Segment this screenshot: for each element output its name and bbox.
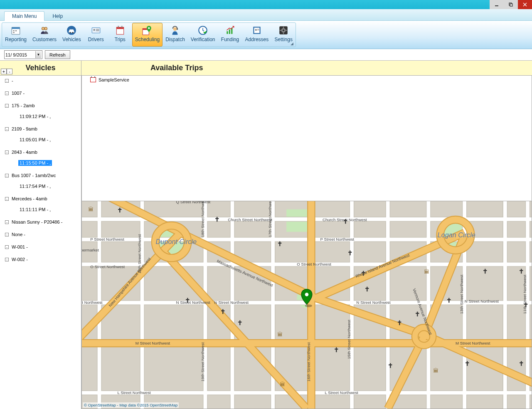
svg-rect-6	[12, 27, 20, 29]
ribbon-label: Trips	[115, 37, 126, 42]
tree-node[interactable]: -None -	[1, 231, 80, 238]
tree-node[interactable]: -175 - 2amb	[1, 102, 80, 109]
tree-node[interactable]: -Mercedes - 4amb	[1, 195, 80, 202]
tree-expand-icon[interactable]: -	[5, 197, 9, 201]
ribbon-reporting[interactable]: Reporting	[2, 23, 30, 47]
ribbon-label: Addresses	[245, 37, 269, 42]
tree-child-label: 11:11:11 PM - ,	[18, 207, 52, 212]
svg-rect-7	[13, 30, 15, 31]
svg-text:L Street Northwest: L Street Northwest	[117, 390, 151, 395]
tree-expand-icon[interactable]: -	[5, 233, 9, 237]
svg-text:N Street Northwest: N Street Northwest	[214, 300, 249, 305]
svg-point-27	[177, 28, 178, 30]
window-titlebar	[0, 0, 532, 9]
svg-text:M Street Northwest: M Street Northwest	[135, 341, 170, 345]
tree-expand-icon[interactable]: -	[5, 174, 9, 177]
svg-text:11th Street Northwest: 11th Street Northwest	[522, 275, 527, 314]
tree-child-node[interactable]: 11:17:54 PM - ,	[1, 183, 80, 190]
date-picker[interactable]: 11/ 9/2015 ▼	[4, 50, 42, 59]
tree-node-label: Nissan Sunny - P20486 -	[10, 219, 64, 225]
tree-expand-icon[interactable]: -	[5, 258, 9, 261]
tree-expand-icon[interactable]: -	[5, 79, 9, 83]
svg-text:P Street Northwest: P Street Northwest	[90, 237, 124, 241]
svg-text:✝: ✝	[334, 346, 339, 353]
svg-point-139	[305, 304, 312, 307]
tree-expand-icon[interactable]: -	[5, 150, 9, 154]
tree-expand-icon[interactable]: -	[5, 104, 9, 108]
refresh-button[interactable]: Refresh	[45, 50, 70, 59]
svg-text:✝: ✝	[483, 268, 488, 275]
trip-item[interactable]: SampleService	[85, 77, 528, 82]
tree-expand-icon[interactable]: -	[5, 91, 9, 95]
map-pin-calendar-icon	[142, 25, 153, 36]
svg-text:Street Northwest: Street Northwest	[82, 300, 103, 305]
svg-point-10	[42, 27, 45, 30]
svg-rect-17	[96, 29, 99, 30]
svg-text:O Street Northwest: O Street Northwest	[90, 264, 125, 269]
svg-text:M Street Northwest: M Street Northwest	[456, 341, 490, 345]
tree-node[interactable]: -W-002 -	[1, 256, 80, 263]
ribbon-trips[interactable]: Trips	[108, 23, 132, 47]
maximize-button[interactable]	[504, 0, 518, 9]
svg-text:✝: ✝	[277, 240, 283, 247]
ribbon-label: Dispatch	[165, 37, 185, 42]
tree-node[interactable]: -Bus 1007 - 1amb/2wc	[1, 172, 80, 179]
ribbon-expand-icon[interactable]: ◢	[291, 42, 295, 46]
ribbon-verification[interactable]: Verification	[188, 23, 218, 47]
tree-child-node[interactable]: 11:11:11 PM - ,	[1, 206, 80, 213]
tree-expand-icon[interactable]: -	[5, 220, 9, 224]
calendar-icon	[115, 25, 126, 36]
svg-rect-20	[116, 27, 123, 29]
tree-child-node[interactable]: 11:15:50 PM - ,	[1, 160, 80, 166]
svg-point-26	[173, 27, 177, 31]
ribbon-addresses[interactable]: Addresses	[242, 23, 272, 47]
ribbon-drivers[interactable]: Drivers	[84, 23, 108, 47]
svg-text:✝: ✝	[465, 360, 470, 367]
trips-panel-header: Available Trips	[81, 61, 532, 76]
svg-text:✝: ✝	[365, 286, 370, 293]
svg-text:✝: ✝	[519, 268, 524, 275]
tree-node[interactable]: -Nissan Sunny - P20486 -	[1, 219, 80, 225]
svg-text:🏛: 🏛	[433, 367, 438, 374]
tree-expand-icon[interactable]: -	[5, 127, 9, 131]
map-view[interactable]: ✝✝✝ ✝✝✝ ✝✝✝ ✝✝✝ ✝✝✝ ✝✝✝ ✝✝ 🏛🏛🏛 🏛🏛	[81, 201, 532, 409]
tree-node-label: 2109 - 9amb	[10, 126, 39, 132]
tree-child-node[interactable]: 11:09:12 PM - ,	[1, 113, 80, 120]
tree-child-label: 11:09:12 PM - ,	[18, 113, 52, 119]
tree-node[interactable]: -W-001 -	[1, 244, 80, 250]
dropdown-arrow-icon[interactable]: ▼	[35, 51, 41, 58]
ribbon-scheduling[interactable]: Scheduling	[132, 23, 163, 47]
svg-text:🏛: 🏛	[88, 206, 94, 212]
tree-node[interactable]: -2843 - 4amb	[1, 149, 80, 155]
collapse-all-button[interactable]: -	[7, 69, 12, 74]
tree-node[interactable]: -2109 - 9amb	[1, 126, 80, 132]
map-attribution: © OpenStreetMap - Map data ©2015 OpenStr…	[83, 402, 179, 408]
right-panel: Available Trips SampleService	[81, 61, 532, 409]
tree-node-label: W-001 -	[10, 244, 29, 250]
svg-text:13th Street Northwest: 13th Street Northwest	[459, 275, 464, 314]
available-trips-list: SampleService	[81, 76, 532, 201]
svg-text:✝: ✝	[347, 249, 353, 256]
ribbon-dispatch[interactable]: Dispatch	[163, 23, 188, 47]
svg-rect-8	[15, 30, 17, 31]
vehicles-tree[interactable]: ---1007 --175 - 2amb11:09:12 PM - ,-2109…	[0, 76, 81, 409]
menu-tab-main[interactable]: Main Menu	[4, 11, 44, 21]
trip-item-label: SampleService	[99, 77, 129, 82]
menu-tab-help[interactable]: Help	[44, 11, 71, 21]
svg-rect-21	[118, 26, 118, 27]
tree-child-node[interactable]: 11:05:01 PM - ,	[1, 136, 80, 143]
ribbon-label: Scheduling	[135, 37, 160, 42]
calendar-report-icon	[10, 25, 21, 36]
close-button[interactable]	[518, 0, 532, 9]
tree-node[interactable]: -1007 -	[1, 90, 80, 96]
tree-expand-icon[interactable]: -	[5, 245, 9, 249]
ribbon-customers[interactable]: Customers	[30, 23, 59, 47]
minimize-button[interactable]	[490, 0, 504, 9]
tree-child-label: 11:15:50 PM - ,	[18, 160, 52, 166]
ribbon-vehicles[interactable]: Vehicles	[59, 23, 84, 47]
ribbon-funding[interactable]: Funding	[218, 23, 242, 47]
calendar-small-icon	[90, 77, 96, 82]
expand-all-button[interactable]: +	[1, 69, 7, 74]
svg-point-11	[44, 27, 47, 30]
tree-node[interactable]: --	[1, 77, 80, 84]
